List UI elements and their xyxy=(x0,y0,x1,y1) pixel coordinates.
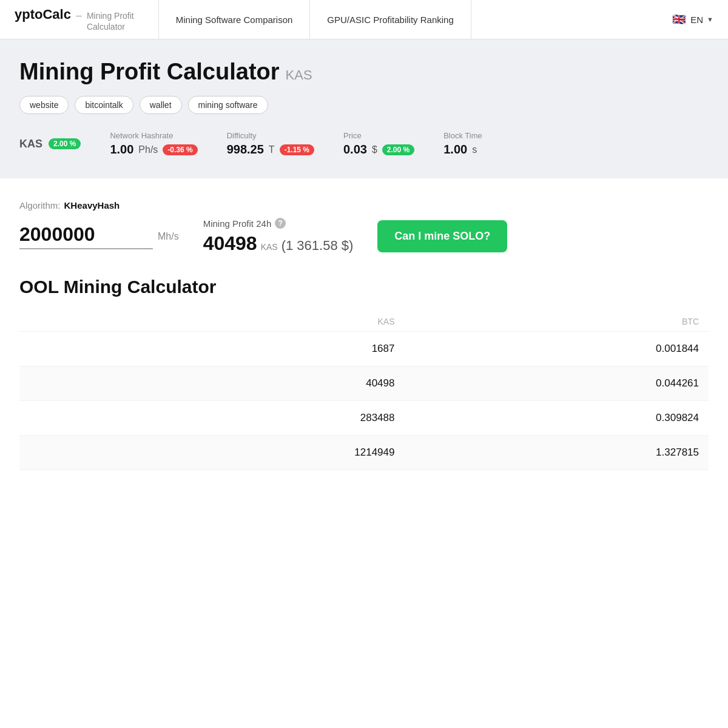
hero-title-row: Mining Profit Calculator KAS xyxy=(19,59,709,85)
logo-dash: – xyxy=(76,9,82,22)
table-cell-period xyxy=(19,332,114,366)
coin-symbol-group: KAS 2.00 % xyxy=(19,138,81,150)
table-cell-period xyxy=(19,401,114,436)
stat-difficulty-unit: T xyxy=(269,144,275,155)
page-title: Mining Profit Calculator xyxy=(19,59,280,85)
table-row: 1214949 1.327815 xyxy=(19,436,709,470)
table-row: 1687 0.001844 xyxy=(19,332,709,366)
hashrate-group: 2000000 Mh/s xyxy=(19,223,179,249)
logo-subtitle: Mining Profit Calculator xyxy=(87,10,134,32)
stat-block-time-unit: s xyxy=(472,144,477,155)
stat-difficulty-label: Difficulty xyxy=(227,131,314,140)
pool-col-btc: BTC xyxy=(404,312,709,332)
coin-change-badge: 2.00 % xyxy=(49,138,81,149)
hero-section: Mining Profit Calculator KAS website bit… xyxy=(0,39,728,178)
link-wallet[interactable]: wallet xyxy=(140,96,182,114)
nav-item-gpu-ranking[interactable]: GPU/ASIC Profitability Ranking xyxy=(310,0,471,39)
stat-price-value: 0.03 xyxy=(343,143,367,157)
stat-network-hashrate-badge: -0.36 % xyxy=(163,144,197,155)
logo-brand: yptoCalc xyxy=(15,7,71,22)
stat-network-hashrate-label: Network Hashrate xyxy=(110,131,197,140)
stat-network-hashrate-value-row: 1.00 Ph/s -0.36 % xyxy=(110,143,197,157)
profit-coin-label: KAS xyxy=(261,242,278,252)
pool-col-kas: KAS xyxy=(114,312,405,332)
stat-price-value-row: 0.03 $ 2.00 % xyxy=(343,143,414,157)
stat-difficulty-value: 998.25 xyxy=(227,143,264,157)
help-icon[interactable]: ? xyxy=(275,218,286,229)
stat-network-hashrate: Network Hashrate 1.00 Ph/s -0.36 % xyxy=(110,131,197,157)
calculator-section: Algorithm: KHeavyHash 2000000 Mh/s Minin… xyxy=(0,178,728,272)
profit-label: Mining Profit 24h xyxy=(203,218,272,229)
pool-table-head: KAS BTC xyxy=(19,312,709,332)
table-row: 283488 0.309824 xyxy=(19,401,709,436)
stat-network-hashrate-unit: Ph/s xyxy=(138,144,158,155)
algorithm-label: Algorithm: xyxy=(19,200,61,211)
chevron-down-icon: ▼ xyxy=(707,16,713,23)
profit-usd-value: (1 361.58 $) xyxy=(281,238,354,254)
table-cell-btc: 0.044261 xyxy=(404,366,709,401)
table-cell-kas: 1214949 xyxy=(114,436,405,470)
table-cell-btc: 1.327815 xyxy=(404,436,709,470)
stat-difficulty: Difficulty 998.25 T -1.15 % xyxy=(227,131,314,157)
nav-item-mining-software[interactable]: Mining Software Comparison xyxy=(158,0,311,39)
hashrate-unit-label: Mh/s xyxy=(158,231,179,242)
stat-difficulty-badge: -1.15 % xyxy=(280,144,314,155)
pool-section-title: OOL Mining Calculator xyxy=(19,277,709,297)
stat-block-time-label: Block Time xyxy=(443,131,482,140)
algorithm-row: Algorithm: KHeavyHash xyxy=(19,200,709,211)
table-cell-period xyxy=(19,366,114,401)
lang-code: EN xyxy=(690,15,703,25)
table-cell-btc: 0.001844 xyxy=(404,332,709,366)
stat-price: Price 0.03 $ 2.00 % xyxy=(343,131,414,157)
pool-table: KAS BTC 1687 0.001844 40498 0.044261 283… xyxy=(19,312,709,470)
hero-links: website bitcointalk wallet mining softwa… xyxy=(19,96,709,114)
pool-col-period xyxy=(19,312,114,332)
language-selector[interactable]: 🇬🇧 EN ▼ xyxy=(671,12,713,27)
coin-label: KAS xyxy=(286,67,312,83)
stat-price-badge: 2.00 % xyxy=(382,144,414,155)
profit-group: Mining Profit 24h ? 40498 KAS (1 361.58 … xyxy=(203,218,354,255)
table-row: 40498 0.044261 xyxy=(19,366,709,401)
link-website[interactable]: website xyxy=(19,96,69,114)
stat-price-label: Price xyxy=(343,131,414,140)
table-cell-kas: 283488 xyxy=(114,401,405,436)
header-nav: Mining Software Comparison GPU/ASIC Prof… xyxy=(158,0,672,39)
table-cell-period xyxy=(19,436,114,470)
algorithm-value: KHeavyHash xyxy=(64,200,120,211)
stat-block-time: Block Time 1.00 s xyxy=(443,131,482,157)
table-cell-btc: 0.309824 xyxy=(404,401,709,436)
solo-mine-button[interactable]: Can I mine SOLO? xyxy=(377,220,507,252)
logo: yptoCalc – Mining Profit Calculator xyxy=(15,7,134,32)
table-cell-kas: 1687 xyxy=(114,332,405,366)
stat-block-time-value: 1.00 xyxy=(443,143,467,157)
pool-table-body: 1687 0.001844 40498 0.044261 283488 0.30… xyxy=(19,332,709,470)
calc-input-row: 2000000 Mh/s Mining Profit 24h ? 40498 K… xyxy=(19,218,709,255)
coin-symbol: KAS xyxy=(19,138,42,150)
table-cell-kas: 40498 xyxy=(114,366,405,401)
profit-value-row: 40498 KAS (1 361.58 $) xyxy=(203,232,354,255)
flag-icon: 🇬🇧 xyxy=(671,12,687,27)
profit-main-value: 40498 xyxy=(203,232,257,255)
hashrate-input[interactable]: 2000000 xyxy=(19,223,153,249)
stat-price-unit: $ xyxy=(372,144,377,155)
stats-row: KAS 2.00 % Network Hashrate 1.00 Ph/s -0… xyxy=(19,131,709,157)
link-mining-software[interactable]: mining software xyxy=(188,96,268,114)
pool-section: OOL Mining Calculator KAS BTC 1687 0.001… xyxy=(0,272,728,490)
stat-difficulty-value-row: 998.25 T -1.15 % xyxy=(227,143,314,157)
link-bitcointalk[interactable]: bitcointalk xyxy=(75,96,133,114)
stat-block-time-value-row: 1.00 s xyxy=(443,143,482,157)
header: yptoCalc – Mining Profit Calculator Mini… xyxy=(0,0,728,39)
stat-network-hashrate-value: 1.00 xyxy=(110,143,133,157)
profit-label-row: Mining Profit 24h ? xyxy=(203,218,354,229)
